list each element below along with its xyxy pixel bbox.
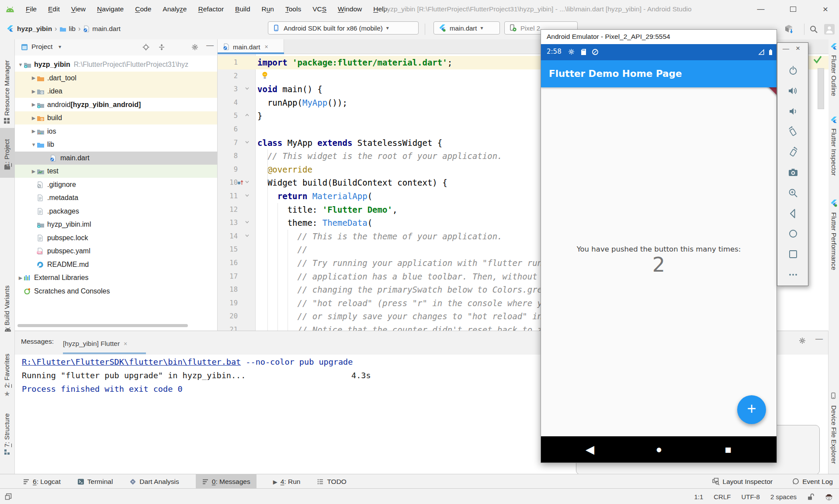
- toolwindow-tab-todo[interactable]: TODO: [317, 474, 347, 489]
- close-button[interactable]: ×: [796, 44, 800, 53]
- toolwindow-tab-dart-analysis[interactable]: Dart Analysis: [129, 474, 179, 489]
- tool-tab-device-file-explorer[interactable]: Device File Explorer: [830, 405, 838, 476]
- emu-overview-button[interactable]: [787, 249, 799, 260]
- chevron-collapsed-icon[interactable]: ▶: [31, 169, 37, 174]
- menu-edit[interactable]: Edit: [42, 0, 66, 18]
- override-gutter-icon[interactable]: [237, 179, 244, 186]
- tree-item-readme-md[interactable]: README.md: [15, 258, 217, 271]
- intention-bulb-icon[interactable]: [261, 71, 268, 80]
- breadcrumb-project[interactable]: hyzp_yibin: [17, 25, 52, 33]
- tree-item-lib[interactable]: ▼lib: [15, 138, 217, 151]
- fold-marker-icon[interactable]: [245, 140, 250, 145]
- menu-code[interactable]: Code: [129, 0, 157, 18]
- tree-item-hyzp-yibin[interactable]: ▼hyzp_yibinR:\FlutterProject\FlutterProj…: [15, 58, 217, 71]
- chevron-collapsed-icon[interactable]: ▶: [17, 275, 24, 281]
- menu-vcs[interactable]: VCS: [307, 0, 332, 18]
- editor-tab-main-dart[interactable]: main.dart ×: [218, 39, 284, 54]
- tree-item-external-libraries[interactable]: ▶External Libraries: [15, 271, 217, 284]
- editor-scrollbar-thumb[interactable]: [818, 68, 824, 109]
- menu-run[interactable]: Run: [256, 0, 280, 18]
- maximize-button[interactable]: [782, 0, 804, 18]
- toolwindow-tab-layout-inspector[interactable]: Layout Inspector: [712, 474, 773, 489]
- close-button[interactable]: ×: [815, 0, 836, 18]
- emu-rotate-left-button[interactable]: [787, 126, 799, 137]
- tree-item-pubspec-lock[interactable]: pubspec.lock: [15, 231, 217, 245]
- tree-item-main-dart[interactable]: main.dart: [15, 152, 217, 165]
- tree-item--dart-tool[interactable]: ▶.dart_tool: [15, 72, 217, 85]
- tree-item--idea[interactable]: ▶.idea: [15, 85, 217, 98]
- breadcrumb-folder[interactable]: lib: [69, 25, 76, 33]
- nav-back-button[interactable]: ◀: [581, 436, 599, 463]
- toolwindow-tab-0-messages[interactable]: 0: Messages: [196, 474, 257, 489]
- menu-analyze[interactable]: Analyze: [157, 0, 192, 18]
- file-encoding[interactable]: UTF-8: [741, 493, 760, 501]
- tool-tab-2-favorites[interactable]: 2: Favorites: [3, 344, 10, 388]
- minimize-button[interactable]: —: [783, 45, 789, 52]
- messages-tab[interactable]: [hyzp_yibin] Flutter ×: [63, 335, 127, 353]
- highlighting-level-icon[interactable]: [825, 493, 833, 501]
- toolwindow-toggle-icon[interactable]: [4, 493, 12, 501]
- fold-marker-icon[interactable]: [245, 220, 250, 224]
- fold-marker-icon[interactable]: [245, 180, 250, 184]
- search-icon[interactable]: [809, 25, 818, 34]
- collapse-all-icon[interactable]: [158, 44, 165, 51]
- tree-item-android[interactable]: ▶android [hyzp_yibin_android]: [15, 98, 217, 111]
- sdk-manager-icon[interactable]: [784, 24, 794, 35]
- project-view-selector[interactable]: Project: [31, 43, 52, 51]
- toolwindow-tab-6-logcat[interactable]: 6: Logcat: [23, 474, 61, 489]
- tree-item--packages[interactable]: .packages: [15, 205, 217, 218]
- menu-refactor[interactable]: Refactor: [192, 0, 229, 18]
- settings-gear-icon[interactable]: [799, 337, 806, 344]
- chevron-expanded-icon[interactable]: ▼: [31, 142, 37, 147]
- chevron-expanded-icon[interactable]: ▼: [17, 62, 24, 67]
- emu-screenshot-button[interactable]: [787, 167, 799, 178]
- menu-window[interactable]: Window: [332, 0, 367, 18]
- tool-tab-resource-manager[interactable]: Resource Manager: [3, 45, 10, 116]
- hide-panel-icon[interactable]: —: [815, 335, 823, 343]
- tree-item-build[interactable]: ▶build: [15, 111, 217, 124]
- unlock-icon[interactable]: [807, 493, 815, 501]
- horizontal-scrollbar[interactable]: [17, 324, 188, 327]
- tool-tab-1-project[interactable]: 1: Project: [3, 131, 10, 167]
- tool-tab-flutter-inspector[interactable]: Flutter Inspector: [830, 128, 838, 183]
- hide-panel-icon[interactable]: —: [206, 41, 214, 50]
- fold-marker-icon[interactable]: [245, 86, 250, 91]
- emu-rotate-right-button[interactable]: [787, 146, 799, 158]
- line-separator[interactable]: CRLF: [714, 493, 731, 501]
- nav-overview-button[interactable]: ■: [719, 436, 737, 463]
- fold-marker-icon[interactable]: [245, 193, 250, 198]
- profile-avatar[interactable]: [824, 24, 835, 35]
- tree-item--metadata[interactable]: .metadata: [15, 191, 217, 204]
- chevron-collapsed-icon[interactable]: ▶: [31, 115, 37, 121]
- tree-item-ios[interactable]: ▶ios: [15, 125, 217, 138]
- close-icon[interactable]: ×: [265, 43, 268, 50]
- tool-tab-7-structure[interactable]: 7: Structure: [3, 407, 10, 447]
- fold-marker-icon[interactable]: [245, 233, 250, 238]
- emu-back-button[interactable]: [787, 208, 799, 219]
- locate-icon[interactable]: [142, 44, 149, 51]
- tool-tab-flutter-outline[interactable]: Flutter Outline: [830, 55, 838, 105]
- emu-power-button[interactable]: [787, 65, 799, 76]
- toolwindow-tab-4-run[interactable]: ▶4: Run: [273, 474, 301, 489]
- fab-add-button[interactable]: +: [737, 395, 766, 424]
- menu-view[interactable]: View: [66, 0, 91, 18]
- tree-item-hyzp-yibin-iml[interactable]: hyzp_yibin.iml: [15, 218, 217, 231]
- tree-item-test[interactable]: ▶test: [15, 165, 217, 178]
- console-link[interactable]: R:\Flutter\FlutterSDK\flutter\bin\flutte…: [22, 357, 241, 366]
- menu-build[interactable]: Build: [229, 0, 256, 18]
- nav-home-button[interactable]: ●: [650, 436, 668, 463]
- menu-file[interactable]: File: [20, 0, 42, 18]
- emulator-window-title[interactable]: Android Emulator - Pixel_2_API_29:5554: [547, 33, 670, 41]
- run-config-dropdown[interactable]: main.dart ▾: [433, 21, 500, 35]
- tree-item-scratches-and-consoles[interactable]: Scratches and Consoles: [15, 285, 217, 298]
- caret-position[interactable]: 1:1: [694, 493, 703, 501]
- chevron-collapsed-icon[interactable]: ▶: [31, 89, 37, 94]
- emu-zoom-button[interactable]: [787, 187, 799, 199]
- menu-navigate[interactable]: Navigate: [91, 0, 129, 18]
- breadcrumb-file[interactable]: main.dart: [92, 25, 121, 33]
- close-icon[interactable]: ×: [124, 340, 127, 347]
- emulator-screen[interactable]: DEBUG 2:58 Flutter Demo Home Page You ha…: [541, 44, 777, 463]
- toolwindow-tab-terminal[interactable]: Terminal: [77, 474, 113, 489]
- minimize-button[interactable]: —: [750, 0, 772, 18]
- emu-volume-down-button[interactable]: [787, 106, 799, 117]
